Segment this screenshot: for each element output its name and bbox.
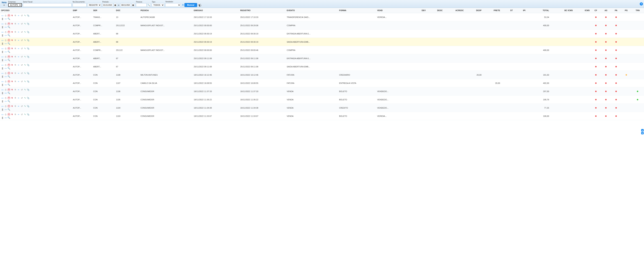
table-row[interactable]: ▭⎙✖⎘⎘‹›↺✎📎|||▭🔍AUTOP...CON1104CONSUMIDOR… (0, 104, 644, 112)
window-icon[interactable]: ▭ (1, 22, 4, 25)
serie-input[interactable] (23, 3, 72, 7)
table-row[interactable]: ▭⎙✖⎘⎘‹›↺✎📎|||▭🔍AUTOP...ABERT...8825/11/2… (0, 38, 644, 46)
window-icon[interactable]: ▭ (1, 113, 4, 116)
table-row[interactable]: ▭⎙✖⎘⎘‹›↺✎📎|||▭🔍AUTOP...CON1105CONSUMIDOR… (0, 95, 644, 104)
window2-icon[interactable]: ▭ (4, 42, 7, 45)
print-icon[interactable]: ⎙ (4, 105, 7, 107)
print-icon[interactable]: ⎙ (4, 88, 7, 91)
attach-icon[interactable]: 📎 (27, 105, 30, 107)
attach-icon[interactable]: 📎 (27, 39, 30, 42)
search-icon[interactable]: 🔍 (8, 75, 10, 78)
attach-icon[interactable]: 📎 (27, 55, 30, 58)
window2-icon[interactable]: ▭ (4, 26, 7, 28)
edit-icon[interactable]: ✎ (24, 31, 26, 33)
col-header[interactable]: REGISTRO (239, 8, 286, 13)
history-icon[interactable]: ↺ (20, 80, 23, 83)
pdf-icon[interactable]: ⎘ (11, 55, 14, 58)
pdf-icon[interactable]: ⎘ (11, 105, 14, 107)
cancel-icon[interactable]: ✖ (8, 105, 10, 107)
table-row[interactable]: ▭⎙✖⎘⎘‹›↺✎📎|||▭🔍AUTOP...ABERT...8725/11/2… (0, 63, 644, 71)
favorite-star-icon[interactable]: ★ (3, 4, 5, 7)
barcode-icon[interactable]: ||| (1, 75, 4, 78)
barcode-icon[interactable]: ||| (1, 67, 4, 70)
print-icon[interactable]: ⎙ (4, 113, 7, 116)
window-icon[interactable]: ▭ (1, 88, 4, 91)
attach-icon[interactable]: 📎 (27, 31, 30, 33)
xml-icon[interactable]: ‹› (17, 39, 20, 42)
search-icon[interactable]: 🔍 (8, 83, 10, 86)
print-icon[interactable]: ⎙ (4, 80, 7, 83)
nodoc-input[interactable] (73, 3, 86, 7)
search-icon[interactable]: 🔍 (8, 59, 10, 61)
barcode-icon[interactable]: ||| (1, 59, 4, 61)
col-header[interactable]: DOC (115, 8, 139, 13)
col-header[interactable]: TRN (631, 8, 644, 13)
col-header[interactable]: PA (611, 8, 621, 13)
xml-icon[interactable]: ‹› (17, 14, 20, 17)
window-icon[interactable]: ▭ (1, 31, 4, 33)
search-icon[interactable]: 🔍 (8, 100, 10, 102)
edit-icon[interactable]: ✎ (24, 39, 26, 42)
xml-icon[interactable]: ‹› (17, 31, 20, 33)
attach-icon[interactable]: 📎 (27, 47, 30, 50)
table-row[interactable]: ▭⎙✖⎘⎘‹›↺✎📎|||▭🔍AUTOP...CON1106CONSUMIDOR… (0, 87, 644, 95)
xml-icon[interactable]: ‹› (17, 72, 20, 75)
pdf2-icon[interactable]: ⎘ (14, 55, 17, 58)
print-icon[interactable]: ⎙ (4, 55, 7, 58)
col-header[interactable]: EMISSAO (193, 8, 239, 13)
pdf-icon[interactable]: ⎘ (11, 22, 14, 25)
periodo-ate-input[interactable] (120, 3, 131, 7)
edit-icon[interactable]: ✎ (24, 105, 26, 107)
attach-icon[interactable]: 📎 (27, 64, 30, 66)
history-icon[interactable]: ↺ (20, 22, 23, 25)
history-icon[interactable]: ↺ (20, 14, 23, 17)
search-icon[interactable]: 🔍 (8, 17, 10, 20)
col-header[interactable]: OPCOES (0, 8, 72, 13)
barcode-icon[interactable]: ||| (1, 116, 4, 119)
vendedor-select[interactable] (165, 3, 181, 7)
periodo-de-input[interactable] (102, 3, 113, 7)
history-icon[interactable]: ↺ (20, 72, 23, 75)
col-header[interactable]: ACRESC (444, 8, 465, 13)
scroll-down-icon[interactable]: ▼ (641, 132, 644, 134)
pdf2-icon[interactable]: ⎘ (14, 113, 17, 116)
col-header[interactable]: SER (92, 8, 115, 13)
xml-icon[interactable]: ‹› (17, 47, 20, 50)
pdf-icon[interactable]: ⎘ (11, 80, 14, 83)
window-icon[interactable]: ▭ (1, 14, 4, 17)
col-header[interactable]: FORMA (338, 8, 376, 13)
edit-icon[interactable]: ✎ (24, 64, 26, 66)
col-header[interactable]: DESP (465, 8, 482, 13)
window-icon[interactable]: ▭ (1, 55, 4, 58)
barcode-icon[interactable]: ||| (1, 100, 4, 102)
xml-icon[interactable]: ‹› (17, 88, 20, 91)
edit-icon[interactable]: ✎ (24, 55, 26, 58)
edit-icon[interactable]: ✎ (24, 113, 26, 116)
pdf-icon[interactable]: ⎘ (11, 31, 14, 33)
cancel-icon[interactable]: ✖ (8, 14, 10, 17)
help-icon[interactable]: ? (640, 2, 643, 6)
pdf2-icon[interactable]: ⎘ (14, 88, 17, 91)
edit-icon[interactable]: ✎ (24, 47, 26, 50)
col-header[interactable]: ST (501, 8, 514, 13)
xml-icon[interactable]: ‹› (17, 97, 20, 99)
window2-icon[interactable]: ▭ (4, 67, 7, 70)
window2-icon[interactable]: ▭ (4, 92, 7, 94)
col-header[interactable]: BC ICMS (550, 8, 574, 13)
barcode-icon[interactable]: ||| (1, 92, 4, 94)
history-icon[interactable]: ↺ (20, 47, 23, 50)
pdf-icon[interactable]: ⎘ (11, 64, 14, 66)
print-icon[interactable]: ⎙ (4, 14, 7, 17)
barcode-icon[interactable]: ||| (1, 83, 4, 86)
col-header[interactable]: AS (601, 8, 611, 13)
history-icon[interactable]: ↺ (20, 31, 23, 33)
pdf2-icon[interactable]: ⎘ (14, 39, 17, 42)
history-icon[interactable]: ↺ (20, 88, 23, 91)
pdf-icon[interactable]: ⎘ (11, 97, 14, 99)
history-icon[interactable]: ↺ (20, 105, 23, 107)
window2-icon[interactable]: ▭ (4, 50, 7, 53)
window2-icon[interactable]: ▭ (4, 83, 7, 86)
cancel-icon[interactable]: ✖ (8, 31, 10, 33)
print-icon[interactable]: ⎙ (4, 22, 7, 25)
pdf2-icon[interactable]: ⎘ (14, 97, 17, 99)
